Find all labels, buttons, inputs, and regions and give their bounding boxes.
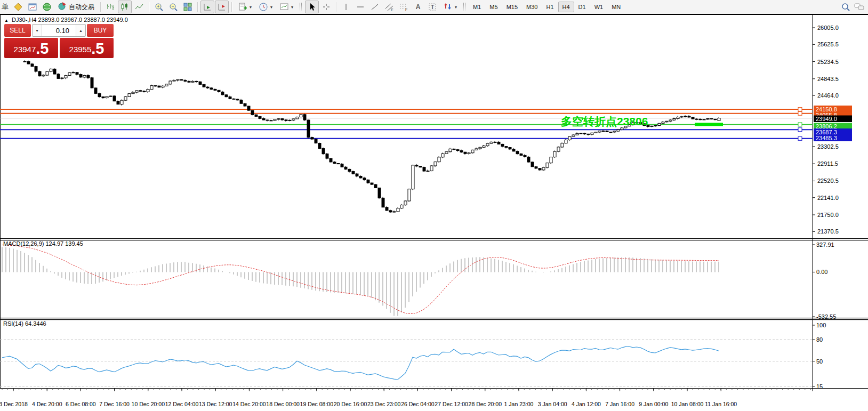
bar-chart-type-icon[interactable] xyxy=(103,1,117,13)
svg-text:4 Dec 20:00: 4 Dec 20:00 xyxy=(32,401,62,407)
chat-icon[interactable] xyxy=(853,1,866,13)
periods-button[interactable]: ▾ xyxy=(255,1,276,13)
quotes-globe-icon[interactable] xyxy=(40,1,54,13)
volume-decrease-button[interactable]: ▾ xyxy=(33,25,42,36)
templates-button[interactable]: ▾ xyxy=(276,1,296,13)
svg-text:22141.0: 22141.0 xyxy=(817,195,839,201)
macd-indicator-label: MACD(12,26,9) 124.97 139.45 xyxy=(3,240,83,247)
volume-increase-button[interactable]: ▴ xyxy=(76,25,85,36)
svg-text:6 Dec 08:00: 6 Dec 08:00 xyxy=(66,401,96,407)
timeframe-H4[interactable]: H4 xyxy=(558,2,574,12)
autotrade-button[interactable]: 自动交易 xyxy=(54,1,98,13)
svg-text:20 Dec 16:00: 20 Dec 16:00 xyxy=(334,401,367,407)
svg-text:0.00: 0.00 xyxy=(816,269,827,275)
timeframe-W1[interactable]: W1 xyxy=(590,2,608,12)
trend-annotation[interactable]: 多空转折点23806 xyxy=(561,114,648,129)
timeframe-bar: M1M5M15M30H1H4D1W1MN xyxy=(469,2,625,12)
svg-text:25234.5: 25234.5 xyxy=(817,59,839,65)
bar-open-value: 23893.0 xyxy=(38,17,60,23)
toolbar-separator xyxy=(197,2,198,12)
svg-text:7 Dec 16:00: 7 Dec 16:00 xyxy=(99,401,130,407)
indicators-list-button[interactable]: ▾ xyxy=(235,1,255,13)
volume-stepper: ▾ ▴ xyxy=(32,24,86,37)
auto-scroll-icon[interactable] xyxy=(200,1,214,13)
chart-symbol-period: DJ30-,H4 xyxy=(12,17,36,23)
svg-text:7 Jan 16:00: 7 Jan 16:00 xyxy=(605,401,634,407)
svg-text:26 Dec 04:00: 26 Dec 04:00 xyxy=(401,401,435,407)
candlestick-chart-type-icon[interactable] xyxy=(118,1,132,13)
svg-text:21370.5: 21370.5 xyxy=(817,228,839,235)
svg-text:15: 15 xyxy=(816,383,823,390)
crosshair-icon[interactable] xyxy=(319,1,333,13)
dropdown-caret-icon: ▾ xyxy=(455,5,457,10)
svg-text:3 Dec 2018: 3 Dec 2018 xyxy=(0,401,28,407)
text-tool-icon[interactable]: A xyxy=(411,1,425,13)
zoom-in-icon[interactable] xyxy=(152,1,166,13)
toolbar-separator xyxy=(100,2,101,12)
timeframe-M15[interactable]: M15 xyxy=(502,2,522,12)
vertical-line-tool-icon[interactable] xyxy=(339,1,353,13)
timeframe-MN[interactable]: MN xyxy=(607,2,625,12)
svg-text:T: T xyxy=(431,4,434,10)
svg-text:22911.5: 22911.5 xyxy=(817,160,838,167)
svg-text:1 Jan 23:00: 1 Jan 23:00 xyxy=(504,401,534,407)
svg-text:22520.5: 22520.5 xyxy=(817,178,839,184)
dropdown-caret-icon: ▾ xyxy=(250,5,252,10)
sell-price-main: 23947 xyxy=(14,44,36,57)
one-click-trading-panel: SELL ▾ ▴ BUY 23947 .5 23955 .5 xyxy=(4,24,114,58)
line-chart-type-icon[interactable] xyxy=(132,1,146,13)
svg-text:50: 50 xyxy=(816,358,823,365)
svg-text:23 Dec 23:00: 23 Dec 23:00 xyxy=(367,401,401,407)
rsi-indicator-label: RSI(14) 64.3446 xyxy=(3,320,46,327)
svg-text:21750.0: 21750.0 xyxy=(817,212,839,218)
fibonacci-tool-icon[interactable]: F xyxy=(397,1,411,13)
volume-input[interactable] xyxy=(42,25,76,36)
svg-text:10 Dec 20:00: 10 Dec 20:00 xyxy=(132,401,165,407)
svg-text:26005.0: 26005.0 xyxy=(817,25,839,31)
svg-text:27 Dec 12:00: 27 Dec 12:00 xyxy=(435,401,468,407)
order-button-partial[interactable]: 单 xyxy=(2,2,9,12)
collapse-arrow-icon[interactable]: ▲ xyxy=(4,18,9,23)
sell-button[interactable]: SELL xyxy=(4,24,31,37)
svg-text:18 Dec 00:00: 18 Dec 00:00 xyxy=(266,401,300,407)
text-label-tool-icon[interactable]: T xyxy=(425,1,439,13)
svg-text:12 Dec 04:00: 12 Dec 04:00 xyxy=(165,401,199,407)
chart-shift-icon[interactable] xyxy=(215,1,229,13)
equidistant-channel-tool-icon[interactable]: E xyxy=(382,1,396,13)
bar-close-value: 23949.0 xyxy=(107,17,128,23)
svg-text:19 Dec 08:00: 19 Dec 08:00 xyxy=(300,401,334,407)
autotrade-label: 自动交易 xyxy=(69,3,94,12)
timeframe-D1[interactable]: D1 xyxy=(574,2,590,12)
svg-text:3 Jan 04:00: 3 Jan 04:00 xyxy=(538,401,567,407)
chart-window-icon[interactable] xyxy=(26,1,39,13)
tile-windows-icon[interactable] xyxy=(181,1,195,13)
svg-text:24464.0: 24464.0 xyxy=(817,92,839,99)
timeframe-H1[interactable]: H1 xyxy=(542,2,558,12)
svg-text:80: 80 xyxy=(816,336,823,343)
autotrade-icon xyxy=(58,1,67,13)
horizontal-line-tool-icon[interactable] xyxy=(353,1,367,13)
timeframe-M1[interactable]: M1 xyxy=(469,2,485,12)
toolbar-grip xyxy=(463,3,465,11)
sell-price: 23947 .5 xyxy=(4,38,58,58)
buy-price: 23955 .5 xyxy=(60,38,114,58)
svg-text:23485.3: 23485.3 xyxy=(816,135,837,141)
trendline-tool-icon[interactable] xyxy=(368,1,382,13)
svg-text:E: E xyxy=(391,8,393,12)
svg-text:F: F xyxy=(405,8,407,12)
timeframe-M30[interactable]: M30 xyxy=(522,2,542,12)
zoom-out-icon[interactable] xyxy=(166,1,180,13)
new-order-icon[interactable] xyxy=(11,1,25,13)
arrows-tool-button[interactable]: ▾ xyxy=(440,1,460,13)
search-icon[interactable] xyxy=(839,1,853,13)
svg-text:23687.3: 23687.3 xyxy=(816,129,837,135)
svg-text:100: 100 xyxy=(816,322,826,328)
buy-price-main: 23955 xyxy=(69,44,92,57)
buy-button[interactable]: BUY xyxy=(87,24,114,37)
cursor-icon[interactable] xyxy=(305,1,319,13)
svg-text:4 Jan 12:00: 4 Jan 12:00 xyxy=(572,401,601,407)
buy-price-frac: .5 xyxy=(91,41,104,57)
timeframe-M5[interactable]: M5 xyxy=(485,2,502,12)
chart-area[interactable]: 26005.025625.525234.524843.524464.023302… xyxy=(0,0,868,411)
bar-high-value: 23967.0 xyxy=(61,17,82,23)
